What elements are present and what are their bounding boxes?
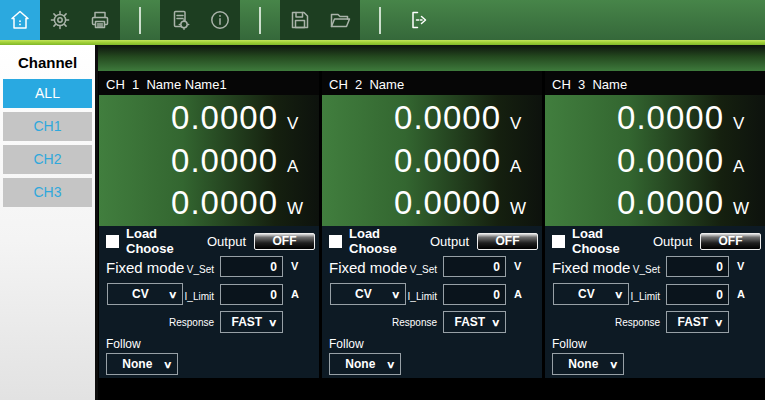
save-button[interactable] [280,0,320,40]
toolbar-divider [259,7,261,34]
current-value: 0.0000 [171,142,278,180]
follow-select[interactable]: None ∨ [329,353,401,375]
open-file-button[interactable] [320,0,360,40]
toolbar-group-config [40,0,120,40]
power-unit: W [510,199,532,219]
channel-controls: Load Choose Output OFF Fixed mode V_Set … [99,226,319,378]
info-icon [208,8,232,32]
sidebar-item-ch3[interactable]: CH3 [3,178,92,207]
v-set-label: V_Set [604,264,660,275]
v-set-input[interactable] [443,256,506,277]
channel-controls: Load Choose Output OFF Fixed mode V_Set … [322,226,542,378]
channel-panel: CH 3 Name 0.0000 V 0.0000 A 0.0000 W Loa… [545,71,765,378]
output-label: Output [653,234,692,249]
output-row: Load Choose Output OFF [552,232,761,250]
voltage-value: 0.0000 [394,99,501,137]
load-choose-checkbox[interactable] [329,235,342,248]
output-row: Load Choose Output OFF [329,232,538,250]
power-reading: 0.0000 W [617,184,755,222]
response-select[interactable]: FAST ∨ [666,311,729,333]
output-toggle-button[interactable]: OFF [477,233,538,250]
v-set-label: V_Set [158,264,214,275]
v-set-unit-label: V [291,260,298,272]
i-limit-input[interactable] [443,284,506,305]
load-choose-checkbox[interactable] [552,235,565,248]
sidebar-title: Channel [0,45,95,79]
settings-icon [48,8,72,32]
channel-header: CH 1 Name Name1 [99,71,319,95]
exit-button[interactable] [400,0,440,40]
exit-icon [408,8,432,32]
sidebar-item-ch2[interactable]: CH2 [3,145,92,174]
i-limit-label: I_Limit [158,291,214,302]
home-icon [8,8,32,32]
follow-select[interactable]: None ∨ [106,353,178,375]
content-top-band [98,45,765,71]
toolbar-divider [139,7,141,34]
output-label: Output [430,234,469,249]
follow-label: Follow [329,337,364,351]
app-window: Channel ALL CH1 CH2 CH3 CH 1 Name Name1 … [0,0,765,400]
response-select[interactable]: FAST ∨ [220,311,283,333]
chevron-down-icon: ∨ [386,359,396,370]
load-choose-label: Load Choose [572,226,653,256]
load-choose-checkbox[interactable] [106,235,119,248]
i-limit-label: I_Limit [381,291,437,302]
chevron-down-icon: ∨ [491,317,501,328]
power-reading: 0.0000 W [171,184,309,222]
current-reading: 0.0000 A [617,142,755,180]
printer-icon [88,8,112,32]
print-button[interactable] [80,0,120,40]
sidebar-item-all[interactable]: ALL [3,79,92,108]
i-limit-label: I_Limit [604,291,660,302]
v-set-label: V_Set [381,264,437,275]
report-settings-button[interactable] [160,0,200,40]
chevron-down-icon: ∨ [714,317,724,328]
i-limit-input[interactable] [666,284,729,305]
power-unit: W [733,199,755,219]
channel-panel: CH 1 Name Name1 0.0000 V 0.0000 A 0.0000… [99,71,319,378]
channel-controls: Load Choose Output OFF Fixed mode V_Set … [545,226,765,378]
current-reading: 0.0000 A [171,142,309,180]
i-limit-input[interactable] [220,284,283,305]
channel-header: CH 2 Name [322,71,542,95]
report-settings-icon [168,8,192,32]
content-area: CH 1 Name Name1 0.0000 V 0.0000 A 0.0000… [98,45,765,400]
current-unit: A [510,157,532,177]
measurement-display: 0.0000 V 0.0000 A 0.0000 W [545,95,765,226]
sidebar-item-ch1[interactable]: CH1 [3,112,92,141]
chevron-down-icon: ∨ [163,359,173,370]
response-label: Response [371,317,437,328]
response-label: Response [594,317,660,328]
load-choose-label: Load Choose [349,226,430,256]
response-select[interactable]: FAST ∨ [443,311,506,333]
output-label: Output [207,234,246,249]
output-toggle-button[interactable]: OFF [254,233,315,250]
channel-sidebar: Channel ALL CH1 CH2 CH3 [0,45,98,400]
v-set-input[interactable] [666,256,729,277]
channel-panel: CH 2 Name 0.0000 V 0.0000 A 0.0000 W Loa… [322,71,542,378]
v-set-input[interactable] [220,256,283,277]
current-value: 0.0000 [394,142,501,180]
follow-label: Follow [552,337,587,351]
voltage-reading: 0.0000 V [394,99,532,137]
current-reading: 0.0000 A [394,142,532,180]
power-value: 0.0000 [617,184,724,222]
info-button[interactable] [200,0,240,40]
toolbar-group-info [160,0,240,40]
load-choose-label: Load Choose [126,226,207,256]
main-area: Channel ALL CH1 CH2 CH3 CH 1 Name Name1 … [0,45,765,400]
settings-button[interactable] [40,0,80,40]
v-set-unit-label: V [514,260,521,272]
output-toggle-button[interactable]: OFF [700,233,761,250]
toolbar-group-file [280,0,360,40]
follow-select[interactable]: None ∨ [552,353,624,375]
current-value: 0.0000 [617,142,724,180]
measurement-display: 0.0000 V 0.0000 A 0.0000 W [99,95,319,226]
output-row: Load Choose Output OFF [106,232,315,250]
open-folder-icon [328,8,352,32]
home-button[interactable] [0,0,40,40]
toolbar [0,0,765,40]
voltage-unit: V [510,114,532,134]
channel-header: CH 3 Name [545,71,765,95]
